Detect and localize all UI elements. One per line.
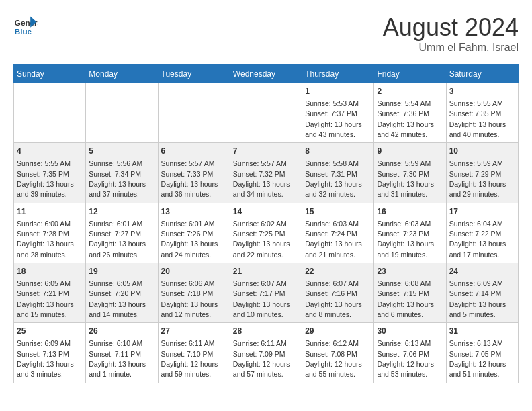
weekday-header-tuesday: Tuesday xyxy=(158,65,230,83)
week-row-1: 1Sunrise: 5:53 AM Sunset: 7:37 PM Daylig… xyxy=(14,83,519,143)
calendar-cell: 31Sunrise: 6:13 AM Sunset: 7:05 PM Dayli… xyxy=(446,323,518,383)
day-info: Sunrise: 6:07 AM Sunset: 7:17 PM Dayligh… xyxy=(233,279,290,318)
weekday-header-wednesday: Wednesday xyxy=(230,65,302,83)
day-number: 13 xyxy=(161,206,227,218)
calendar-cell: 5Sunrise: 5:56 AM Sunset: 7:34 PM Daylig… xyxy=(86,143,158,203)
day-info: Sunrise: 5:57 AM Sunset: 7:32 PM Dayligh… xyxy=(233,159,290,198)
week-row-5: 25Sunrise: 6:09 AM Sunset: 7:13 PM Dayli… xyxy=(14,323,519,383)
day-info: Sunrise: 6:09 AM Sunset: 7:14 PM Dayligh… xyxy=(449,279,506,318)
calendar-cell xyxy=(230,83,302,143)
calendar-table: SundayMondayTuesdayWednesdayThursdayFrid… xyxy=(13,64,519,383)
day-info: Sunrise: 5:59 AM Sunset: 7:30 PM Dayligh… xyxy=(377,159,434,198)
weekday-header-saturday: Saturday xyxy=(446,65,518,83)
calendar-cell: 2Sunrise: 5:54 AM Sunset: 7:36 PM Daylig… xyxy=(374,83,446,143)
calendar-cell: 29Sunrise: 6:12 AM Sunset: 7:08 PM Dayli… xyxy=(302,323,374,383)
calendar-cell: 21Sunrise: 6:07 AM Sunset: 7:17 PM Dayli… xyxy=(230,263,302,323)
calendar-cell: 15Sunrise: 6:03 AM Sunset: 7:24 PM Dayli… xyxy=(302,203,374,263)
day-number: 18 xyxy=(17,266,83,277)
day-number: 29 xyxy=(305,326,371,337)
calendar-cell: 23Sunrise: 6:08 AM Sunset: 7:15 PM Dayli… xyxy=(374,263,446,323)
day-info: Sunrise: 6:10 AM Sunset: 7:11 PM Dayligh… xyxy=(89,339,146,378)
title-block: August 2024 Umm el Fahm, Israel xyxy=(383,13,519,54)
day-number: 24 xyxy=(449,266,515,277)
day-number: 17 xyxy=(449,206,515,218)
day-info: Sunrise: 6:03 AM Sunset: 7:24 PM Dayligh… xyxy=(305,220,362,259)
day-info: Sunrise: 6:06 AM Sunset: 7:18 PM Dayligh… xyxy=(161,279,218,318)
day-number: 14 xyxy=(233,206,299,218)
day-number: 9 xyxy=(377,146,443,157)
day-number: 20 xyxy=(161,266,227,277)
day-info: Sunrise: 6:01 AM Sunset: 7:27 PM Dayligh… xyxy=(89,220,146,259)
svg-text:Blue: Blue xyxy=(15,27,32,36)
day-info: Sunrise: 5:53 AM Sunset: 7:37 PM Dayligh… xyxy=(305,99,362,138)
week-row-3: 11Sunrise: 6:00 AM Sunset: 7:28 PM Dayli… xyxy=(14,203,519,263)
day-info: Sunrise: 6:09 AM Sunset: 7:13 PM Dayligh… xyxy=(17,339,74,378)
day-number: 5 xyxy=(89,146,154,157)
day-number: 16 xyxy=(377,206,443,218)
day-number: 25 xyxy=(17,326,83,337)
day-info: Sunrise: 6:00 AM Sunset: 7:28 PM Dayligh… xyxy=(17,220,74,259)
calendar-cell: 14Sunrise: 6:02 AM Sunset: 7:25 PM Dayli… xyxy=(230,203,302,263)
day-info: Sunrise: 5:54 AM Sunset: 7:36 PM Dayligh… xyxy=(377,99,434,138)
page-header: General Blue August 2024 Umm el Fahm, Is… xyxy=(13,13,519,54)
logo: General Blue xyxy=(13,13,38,38)
day-number: 8 xyxy=(305,146,371,157)
calendar-cell: 16Sunrise: 6:03 AM Sunset: 7:23 PM Dayli… xyxy=(374,203,446,263)
calendar-cell: 17Sunrise: 6:04 AM Sunset: 7:22 PM Dayli… xyxy=(446,203,518,263)
day-number: 12 xyxy=(89,206,154,218)
calendar-cell: 13Sunrise: 6:01 AM Sunset: 7:26 PM Dayli… xyxy=(158,203,230,263)
calendar-title: August 2024 xyxy=(383,13,519,42)
weekday-header-thursday: Thursday xyxy=(302,65,374,83)
calendar-cell: 19Sunrise: 6:05 AM Sunset: 7:20 PM Dayli… xyxy=(86,263,158,323)
day-info: Sunrise: 6:01 AM Sunset: 7:26 PM Dayligh… xyxy=(161,220,218,259)
calendar-cell: 20Sunrise: 6:06 AM Sunset: 7:18 PM Dayli… xyxy=(158,263,230,323)
day-number: 19 xyxy=(89,266,154,277)
calendar-cell: 30Sunrise: 6:13 AM Sunset: 7:06 PM Dayli… xyxy=(374,323,446,383)
calendar-cell: 4Sunrise: 5:55 AM Sunset: 7:35 PM Daylig… xyxy=(14,143,86,203)
day-info: Sunrise: 6:13 AM Sunset: 7:05 PM Dayligh… xyxy=(449,339,506,378)
calendar-cell: 10Sunrise: 5:59 AM Sunset: 7:29 PM Dayli… xyxy=(446,143,518,203)
calendar-cell xyxy=(14,83,86,143)
calendar-cell: 3Sunrise: 5:55 AM Sunset: 7:35 PM Daylig… xyxy=(446,83,518,143)
calendar-cell: 28Sunrise: 6:11 AM Sunset: 7:09 PM Dayli… xyxy=(230,323,302,383)
day-info: Sunrise: 5:55 AM Sunset: 7:35 PM Dayligh… xyxy=(17,159,74,198)
weekday-header-row: SundayMondayTuesdayWednesdayThursdayFrid… xyxy=(14,65,519,83)
day-info: Sunrise: 6:04 AM Sunset: 7:22 PM Dayligh… xyxy=(449,220,506,259)
day-info: Sunrise: 6:07 AM Sunset: 7:16 PM Dayligh… xyxy=(305,279,362,318)
calendar-cell: 9Sunrise: 5:59 AM Sunset: 7:30 PM Daylig… xyxy=(374,143,446,203)
day-number: 2 xyxy=(377,86,443,97)
day-info: Sunrise: 6:12 AM Sunset: 7:08 PM Dayligh… xyxy=(305,339,362,378)
week-row-2: 4Sunrise: 5:55 AM Sunset: 7:35 PM Daylig… xyxy=(14,143,519,203)
day-info: Sunrise: 6:13 AM Sunset: 7:06 PM Dayligh… xyxy=(377,339,434,378)
day-number: 6 xyxy=(161,146,227,157)
day-number: 1 xyxy=(305,86,371,97)
day-number: 3 xyxy=(449,86,515,97)
calendar-cell: 11Sunrise: 6:00 AM Sunset: 7:28 PM Dayli… xyxy=(14,203,86,263)
weekday-header-sunday: Sunday xyxy=(14,65,86,83)
day-number: 7 xyxy=(233,146,299,157)
day-number: 22 xyxy=(305,266,371,277)
calendar-cell xyxy=(86,83,158,143)
day-info: Sunrise: 5:58 AM Sunset: 7:31 PM Dayligh… xyxy=(305,159,362,198)
calendar-cell: 12Sunrise: 6:01 AM Sunset: 7:27 PM Dayli… xyxy=(86,203,158,263)
day-info: Sunrise: 6:05 AM Sunset: 7:21 PM Dayligh… xyxy=(17,279,74,318)
day-number: 21 xyxy=(233,266,299,277)
calendar-cell: 22Sunrise: 6:07 AM Sunset: 7:16 PM Dayli… xyxy=(302,263,374,323)
calendar-cell: 25Sunrise: 6:09 AM Sunset: 7:13 PM Dayli… xyxy=(14,323,86,383)
calendar-cell xyxy=(158,83,230,143)
calendar-cell: 6Sunrise: 5:57 AM Sunset: 7:33 PM Daylig… xyxy=(158,143,230,203)
calendar-cell: 7Sunrise: 5:57 AM Sunset: 7:32 PM Daylig… xyxy=(230,143,302,203)
day-info: Sunrise: 6:02 AM Sunset: 7:25 PM Dayligh… xyxy=(233,220,290,259)
calendar-cell: 1Sunrise: 5:53 AM Sunset: 7:37 PM Daylig… xyxy=(302,83,374,143)
calendar-cell: 18Sunrise: 6:05 AM Sunset: 7:21 PM Dayli… xyxy=(14,263,86,323)
day-number: 15 xyxy=(305,206,371,218)
weekday-header-friday: Friday xyxy=(374,65,446,83)
logo-icon: General Blue xyxy=(13,13,38,38)
calendar-cell: 8Sunrise: 5:58 AM Sunset: 7:31 PM Daylig… xyxy=(302,143,374,203)
day-info: Sunrise: 6:03 AM Sunset: 7:23 PM Dayligh… xyxy=(377,220,434,259)
day-info: Sunrise: 6:11 AM Sunset: 7:09 PM Dayligh… xyxy=(233,339,290,378)
day-number: 23 xyxy=(377,266,443,277)
calendar-cell: 24Sunrise: 6:09 AM Sunset: 7:14 PM Dayli… xyxy=(446,263,518,323)
day-number: 11 xyxy=(17,206,83,218)
day-info: Sunrise: 6:08 AM Sunset: 7:15 PM Dayligh… xyxy=(377,279,434,318)
